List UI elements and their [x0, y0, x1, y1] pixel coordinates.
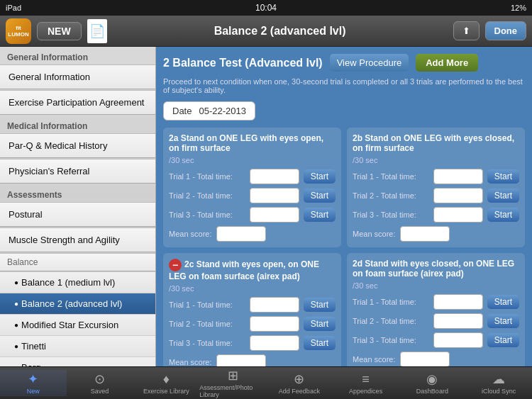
- exercise-library-label: Exercise Library: [143, 388, 189, 395]
- add-feedback-icon: ⊕: [294, 371, 304, 387]
- sidebar-item-parq[interactable]: Par-Q & Medical History: [0, 133, 155, 158]
- saved-tab-label: Saved: [91, 388, 109, 395]
- tab-new[interactable]: ✦ New: [0, 370, 67, 396]
- tab-icloud-sync[interactable]: ☁ iCloud Sync: [465, 370, 532, 396]
- mean-2a: Mean score:: [169, 226, 336, 242]
- trial-2a-3: Trial 3 - Total time: Start: [169, 207, 336, 223]
- sidebar-item-balance1[interactable]: ● Balance 1 (medium lvl): [0, 272, 155, 293]
- status-bar: iPad 10:04 12%: [0, 0, 532, 16]
- trial-2a-1-start[interactable]: Start: [304, 169, 336, 184]
- sidebar-item-muscle-strength[interactable]: Muscle Strength and Agility: [0, 227, 155, 252]
- mean-2b-label: Mean score:: [353, 230, 396, 238]
- trial-2d-1-input[interactable]: [433, 294, 483, 310]
- mean-2c: Mean score:: [169, 354, 336, 366]
- sidebar-item-general-info[interactable]: General Information: [0, 64, 155, 89]
- tab-add-feedback[interactable]: ⊕ Add Feedback: [266, 370, 333, 396]
- date-value: 05-22-2013: [199, 106, 246, 116]
- section-header-medical: Medical Information: [0, 116, 155, 133]
- trial-2d-3-input[interactable]: [433, 332, 483, 348]
- trial-2b-2: Trial 2 - Total time: Start: [353, 188, 519, 203]
- add-more-button[interactable]: Add More: [416, 54, 478, 72]
- sidebar-item-physicians-referral[interactable]: Physician's Referral: [0, 159, 155, 184]
- panel-2a: 2a Stand on ONE LEG with eyes open, on f…: [163, 128, 341, 247]
- test-grid: 2a Stand on ONE LEG with eyes open, on f…: [163, 128, 525, 366]
- mean-2a-input[interactable]: [216, 226, 266, 242]
- trial-2d-1-start[interactable]: Start: [487, 295, 519, 309]
- tab-photo-library[interactable]: ⊞ Assessment/Photo Library: [199, 366, 266, 399]
- trial-2b-3: Trial 3 - Total time: Start: [353, 207, 519, 223]
- trial-2a-3-input[interactable]: [250, 207, 299, 223]
- sidebar: General Information General Information …: [0, 47, 156, 366]
- bullet-icon: ●: [14, 279, 18, 286]
- panel-2c-unit: /30 sec: [169, 284, 336, 293]
- tab-dashboard[interactable]: ◉ DashBoard: [399, 370, 466, 396]
- tab-exercise-library[interactable]: ♦ Exercise Library: [133, 371, 200, 396]
- trial-2c-2: Trial 2 - Total time: Start: [169, 316, 336, 332]
- trial-2c-3-start[interactable]: Start: [304, 336, 336, 350]
- dashboard-icon: ◉: [426, 371, 438, 387]
- bullet-icon: ●: [14, 321, 18, 329]
- tab-saved[interactable]: ⊙ Saved: [67, 370, 133, 396]
- trial-2b-2-input[interactable]: [433, 188, 483, 203]
- mean-2c-input[interactable]: [216, 354, 266, 366]
- trial-2b-3-start[interactable]: Start: [487, 208, 519, 222]
- sidebar-item-postural[interactable]: Postural: [0, 202, 155, 227]
- trial-2c-1-start[interactable]: Start: [304, 298, 336, 312]
- mean-2c-label: Mean score:: [169, 358, 212, 366]
- trial-2d-1: Trial 1 - Total time: Start: [353, 294, 519, 310]
- sidebar-item-balance-header: Balance: [0, 253, 155, 271]
- top-nav-right: ⬆ Done: [453, 21, 527, 40]
- dashboard-label: DashBoard: [416, 388, 448, 395]
- saved-tab-icon: ⊙: [94, 371, 105, 387]
- logo: fit LUMON: [6, 18, 31, 44]
- panel-2d-title: 2d Stand with eyes closed, on ONE LEG on…: [353, 259, 519, 279]
- trial-2c-3-input[interactable]: [250, 335, 299, 351]
- sidebar-item-exercise-participation[interactable]: Exercise Participation Agreement: [0, 90, 155, 115]
- trial-2b-1-start[interactable]: Start: [487, 169, 519, 184]
- trial-2d-3-start[interactable]: Start: [487, 333, 519, 347]
- sidebar-item-tinetti[interactable]: ● Tinetti: [0, 336, 155, 357]
- trial-2b-2-start[interactable]: Start: [487, 189, 519, 203]
- page-title: Balance 2 (advanced lvl): [107, 25, 453, 38]
- sidebar-item-berg[interactable]: ● Berg: [0, 357, 155, 366]
- view-procedure-button[interactable]: View Procedure: [330, 54, 409, 72]
- trial-2d-2-input[interactable]: [433, 313, 483, 329]
- content-header: 2 Balance Test (Advanced lvl) View Proce…: [163, 54, 525, 72]
- section-header-general: General Information: [0, 47, 155, 64]
- main-layout: General Information General Information …: [0, 47, 532, 366]
- share-button[interactable]: ⬆: [453, 21, 480, 40]
- trial-2b-1: Trial 1 - Total time: Start: [353, 169, 519, 184]
- trial-2a-3-start[interactable]: Start: [304, 208, 336, 222]
- trial-2b-3-input[interactable]: [433, 207, 483, 223]
- done-button[interactable]: Done: [485, 21, 527, 40]
- trial-2a-2-input[interactable]: [250, 188, 299, 203]
- trial-2c-2-start[interactable]: Start: [304, 317, 336, 331]
- trial-2d-2: Trial 2 - Total time: Start: [353, 313, 519, 329]
- bullet-icon: ●: [14, 342, 18, 350]
- new-tab-icon: ✦: [28, 371, 38, 387]
- sidebar-item-balance2[interactable]: ● Balance 2 (advanced lvl): [0, 293, 155, 315]
- trial-2a-2-start[interactable]: Start: [304, 189, 336, 203]
- top-nav: fit LUMON NEW 📄 Balance 2 (advanced lvl)…: [0, 16, 532, 47]
- bullet-icon: ●: [14, 364, 18, 366]
- trial-2a-1-input[interactable]: [250, 169, 299, 184]
- panel-2a-title: 2a Stand on ONE LEG with eyes open, on f…: [169, 133, 336, 153]
- trial-2b-1-input[interactable]: [433, 169, 483, 184]
- tab-appendices[interactable]: ≡ Appendices: [333, 371, 399, 396]
- date-label: Date: [172, 106, 192, 116]
- trial-2a-2: Trial 2 - Total time: Start: [169, 188, 336, 203]
- new-button[interactable]: NEW: [37, 22, 82, 40]
- new-tab-label: New: [27, 388, 40, 395]
- mean-2a-label: Mean score:: [169, 230, 212, 238]
- panel-2b: 2b Stand on ONE LEG with eyes closed, on…: [347, 128, 525, 247]
- panel-2c: −2c Stand with eyes open, on ONE LEG on …: [163, 253, 341, 366]
- status-time: 10:04: [255, 3, 277, 13]
- sidebar-item-modified-star[interactable]: ● Modified Star Excursion: [0, 315, 155, 336]
- trial-2d-2-start[interactable]: Start: [487, 314, 519, 328]
- trial-2c-1-input[interactable]: [250, 297, 299, 313]
- trial-2c-2-input[interactable]: [250, 316, 299, 332]
- mean-2d-input[interactable]: [400, 352, 450, 366]
- content-title: 2 Balance Test (Advanced lvl): [163, 57, 323, 69]
- photo-library-icon: ⊞: [228, 368, 238, 383]
- mean-2b-input[interactable]: [400, 226, 450, 242]
